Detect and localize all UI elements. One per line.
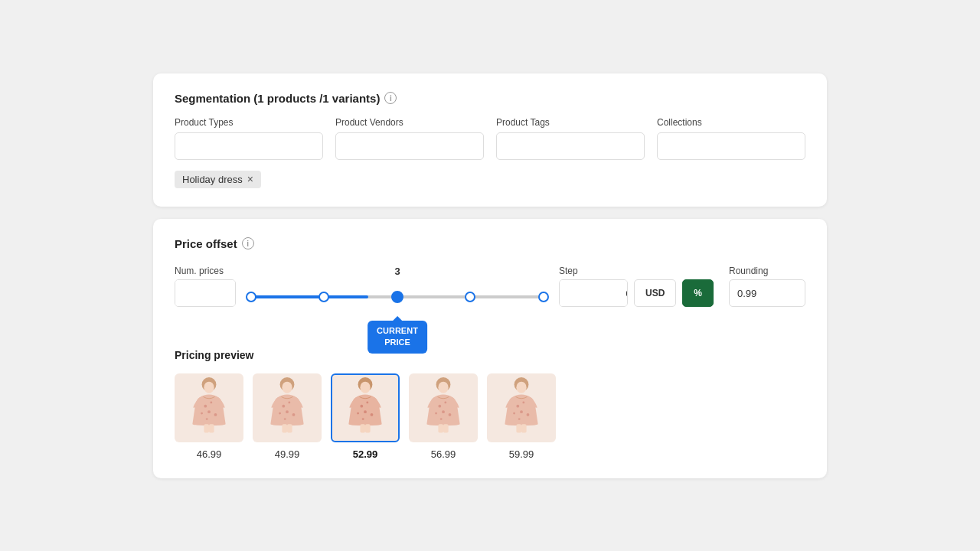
preview-item-2[interactable]: 49.99 bbox=[253, 373, 322, 460]
preview-image-box-5 bbox=[487, 373, 556, 442]
num-prices-group: Num. prices ▲ ▼ bbox=[175, 266, 236, 307]
step-group: Step ▲ ▼ USD % bbox=[559, 266, 714, 307]
preview-item-4[interactable]: 56.99 bbox=[409, 373, 478, 460]
slider-dot-3-active[interactable] bbox=[391, 291, 403, 303]
product-types-label: Product Types bbox=[175, 117, 323, 128]
svg-point-46 bbox=[527, 413, 530, 416]
svg-point-41 bbox=[516, 381, 526, 393]
preview-price-4: 56.99 bbox=[431, 448, 456, 460]
svg-rect-28 bbox=[360, 424, 365, 432]
svg-point-43 bbox=[522, 401, 524, 403]
preview-image-box-4 bbox=[409, 373, 478, 442]
svg-rect-19 bbox=[287, 424, 292, 432]
svg-point-5 bbox=[201, 412, 203, 414]
svg-point-35 bbox=[435, 412, 437, 414]
price-offset-info-icon[interactable]: i bbox=[242, 237, 254, 249]
slider-dot-5[interactable] bbox=[538, 292, 549, 302]
svg-point-27 bbox=[362, 418, 364, 420]
product-tags-label: Product Tags bbox=[496, 117, 645, 128]
pct-button[interactable]: % bbox=[682, 279, 714, 307]
slider-track[interactable] bbox=[251, 295, 544, 298]
slider-dot-2[interactable] bbox=[318, 292, 329, 302]
svg-point-12 bbox=[282, 404, 285, 407]
slider-dot-4[interactable] bbox=[465, 292, 475, 302]
product-tags-group: Product Tags bbox=[496, 117, 645, 160]
segmentation-title-text: Segmentation (1 products /1 variants) bbox=[175, 92, 380, 105]
tag-remove-icon[interactable]: × bbox=[247, 174, 253, 184]
step-value-input[interactable] bbox=[560, 280, 628, 306]
tags-row: Holiday dress × bbox=[175, 171, 805, 188]
svg-point-21 bbox=[360, 381, 370, 393]
svg-rect-48 bbox=[516, 424, 521, 432]
svg-point-24 bbox=[364, 410, 367, 413]
product-vendors-group: Product Vendors bbox=[335, 117, 484, 160]
rounding-group: Rounding bbox=[729, 266, 805, 307]
svg-point-42 bbox=[516, 404, 519, 407]
preview-price-5: 59.99 bbox=[509, 448, 534, 460]
svg-point-45 bbox=[513, 412, 515, 414]
slider-fill bbox=[251, 295, 368, 298]
step-label: Step bbox=[559, 266, 714, 276]
preview-item-3[interactable]: 52.99 bbox=[331, 373, 400, 460]
slider-dot-1[interactable] bbox=[246, 292, 256, 302]
preview-image-box-3 bbox=[331, 373, 400, 442]
svg-point-3 bbox=[210, 401, 212, 403]
product-types-input[interactable] bbox=[175, 132, 323, 160]
svg-point-32 bbox=[438, 404, 441, 407]
holiday-dress-tag[interactable]: Holiday dress × bbox=[175, 171, 261, 188]
collections-label: Collections bbox=[657, 117, 805, 128]
svg-point-23 bbox=[366, 401, 368, 403]
svg-point-11 bbox=[282, 381, 292, 393]
svg-rect-9 bbox=[209, 424, 214, 432]
slider-track-wrapper bbox=[251, 283, 544, 311]
svg-point-16 bbox=[292, 413, 296, 416]
tag-label: Holiday dress bbox=[182, 174, 243, 185]
segmentation-card: Segmentation (1 products /1 variants) i … bbox=[153, 73, 827, 207]
preview-price-2: 49.99 bbox=[275, 448, 300, 460]
svg-rect-49 bbox=[521, 424, 527, 432]
collections-group: Collections bbox=[657, 117, 805, 160]
svg-point-6 bbox=[214, 413, 217, 416]
svg-point-15 bbox=[279, 412, 281, 414]
svg-rect-8 bbox=[204, 424, 209, 432]
price-offset-title: Price offset i bbox=[175, 237, 805, 250]
svg-point-34 bbox=[442, 410, 445, 413]
price-offset-controls: Num. prices ▲ ▼ 3 bbox=[175, 262, 805, 311]
svg-point-25 bbox=[357, 412, 359, 414]
product-types-group: Product Types bbox=[175, 117, 323, 160]
svg-point-7 bbox=[206, 418, 208, 420]
preview-item-1[interactable]: 46.99 bbox=[175, 373, 243, 460]
rounding-input[interactable] bbox=[729, 279, 805, 307]
svg-rect-18 bbox=[282, 424, 287, 432]
product-vendors-label: Product Vendors bbox=[335, 117, 484, 128]
svg-point-2 bbox=[204, 404, 207, 407]
preview-items: 46.99 49.99 bbox=[175, 373, 805, 460]
pricing-preview-section: Pricing preview 46.99 bbox=[175, 349, 805, 460]
num-prices-value[interactable] bbox=[175, 280, 236, 306]
collections-input[interactable] bbox=[657, 132, 805, 160]
product-vendors-input[interactable] bbox=[335, 132, 484, 160]
product-tags-input[interactable] bbox=[496, 132, 645, 160]
preview-price-3: 52.99 bbox=[353, 448, 378, 460]
num-prices-label: Num. prices bbox=[175, 266, 236, 276]
svg-point-26 bbox=[371, 413, 374, 416]
rounding-label: Rounding bbox=[729, 266, 805, 276]
page-wrapper: Segmentation (1 products /1 variants) i … bbox=[0, 0, 980, 551]
slider-container: 3 CURRENTPRICE bbox=[251, 262, 544, 311]
num-prices-stepper: ▲ ▼ bbox=[175, 279, 236, 307]
step-field: ▲ ▼ bbox=[559, 279, 628, 307]
svg-point-17 bbox=[284, 418, 286, 420]
usd-button[interactable]: USD bbox=[634, 279, 676, 307]
preview-image-box-1 bbox=[175, 373, 243, 442]
segmentation-info-icon[interactable]: i bbox=[384, 92, 397, 104]
svg-rect-38 bbox=[438, 424, 443, 432]
svg-point-1 bbox=[204, 381, 214, 393]
svg-rect-29 bbox=[365, 424, 371, 432]
preview-item-5[interactable]: 59.99 bbox=[487, 373, 556, 460]
price-offset-title-text: Price offset bbox=[175, 237, 237, 250]
svg-point-14 bbox=[286, 410, 289, 413]
svg-point-47 bbox=[518, 418, 521, 420]
preview-price-1: 46.99 bbox=[197, 448, 222, 460]
current-price-button[interactable]: CURRENTPRICE bbox=[368, 321, 427, 354]
svg-point-22 bbox=[360, 404, 363, 407]
